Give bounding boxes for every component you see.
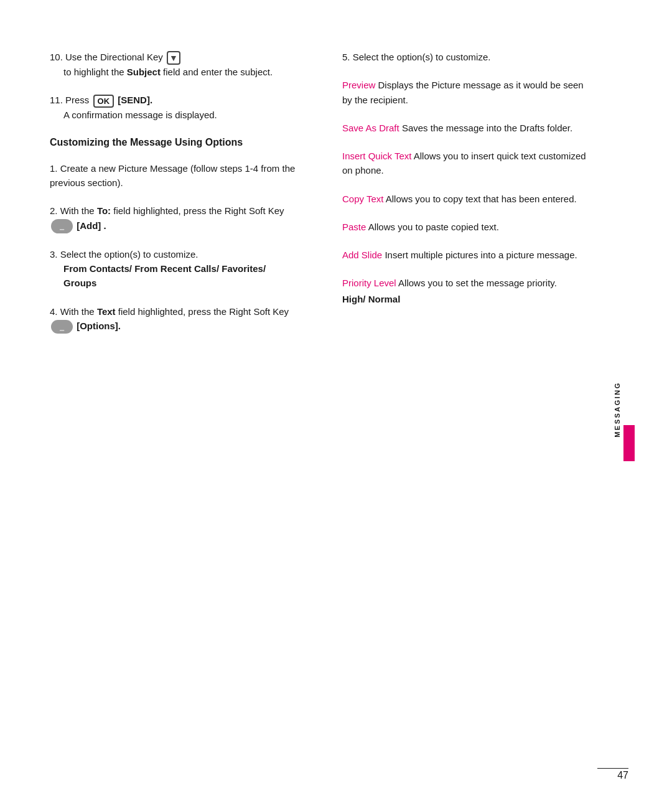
paste-label: Paste (342, 222, 366, 232)
paste-desc: Allows you to paste copied text. (368, 222, 499, 232)
add-slide-desc: Insert multiple pictures into a picture … (385, 250, 577, 260)
step-1-number: 1. (50, 163, 58, 174)
step-5-number: 5. (342, 52, 350, 62)
step-2-text: With the To: field highlighted, press th… (50, 205, 284, 230)
priority-level-label: Priority Level (342, 278, 396, 288)
step-4-number: 4. (50, 306, 58, 317)
step-3-indent: From Contacts/ From Recent Calls/ Favori… (50, 261, 299, 291)
priority-level-desc: Allows you to set the message priority. (398, 278, 557, 288)
step-3-number: 3. (50, 249, 58, 260)
option-priority-level: Priority Level Allows you to set the mes… (342, 276, 587, 306)
ok-button-icon: OK (93, 95, 114, 108)
directional-key-icon: ▼ (167, 51, 180, 65)
priority-level-values: High/ Normal (342, 294, 400, 304)
sidebar: MESSAGING (612, 50, 635, 769)
step-11: 11. Press OK [SEND]. A confirmation mess… (50, 93, 299, 122)
add-bracket: [Add] . (77, 220, 106, 231)
option-save-as-draft: Save As Draft Saves the message into the… (342, 121, 587, 135)
step-10-text: Use the Directional Key (65, 52, 166, 62)
step-11-number: 11. (50, 95, 63, 105)
to-bold: To: (97, 205, 111, 216)
step-4: 4. With the Text field highlighted, pres… (50, 304, 299, 334)
step-3-text: Select the option(s) to customize. (60, 249, 198, 260)
step-10: 10. Use the Directional Key ▼ to highlig… (50, 50, 299, 79)
add-slide-label: Add Slide (342, 250, 382, 260)
step-5-text: Select the option(s) to customize. (353, 52, 491, 62)
copy-text-label: Copy Text (342, 194, 383, 204)
step-4-text: With the Text field highlighted, press t… (50, 306, 289, 331)
step-11-indent: A confirmation message is displayed. (50, 108, 299, 122)
step-2: 2. With the To: field highlighted, press… (50, 204, 299, 233)
page-number: 47 (617, 770, 628, 781)
left-column: 10. Use the Directional Key ▼ to highlig… (50, 50, 311, 769)
copy-text-desc: Allows you to copy text that has been en… (386, 194, 577, 204)
send-label: [SEND]. (118, 95, 152, 105)
option-paste: Paste Allows you to paste copied text. (342, 220, 587, 234)
page-container: 10. Use the Directional Key ▼ to highlig… (0, 0, 672, 806)
step-5: 5. Select the option(s) to customize. (342, 50, 587, 64)
option-preview: Preview Displays the Picture message as … (342, 78, 587, 107)
step-10-number: 10. (50, 52, 63, 62)
step-10-indent: to highlight the Subject field and enter… (50, 65, 299, 79)
step-11-text: Press (65, 95, 92, 105)
step-1-text: Create a new Picture Message (follow ste… (50, 163, 295, 188)
option-add-slide: Add Slide Insert multiple pictures into … (342, 248, 587, 262)
option-copy-text: Copy Text Allows you to copy text that h… (342, 192, 587, 206)
step-3: 3. Select the option(s) to customize. Fr… (50, 247, 299, 291)
contacts-options-bold: From Contacts/ From Recent Calls/ Favori… (63, 263, 266, 288)
subject-bold: Subject (127, 67, 161, 77)
right-soft-key-options-icon: ⎯ (51, 320, 73, 334)
option-insert-quick-text: Insert Quick Text Allows you to insert q… (342, 149, 587, 178)
save-as-draft-desc: Saves the message into the Drafts folder… (402, 123, 572, 133)
preview-desc: Displays the Picture message as it would… (342, 80, 584, 105)
save-as-draft-label: Save As Draft (342, 123, 399, 133)
preview-label: Preview (342, 80, 375, 90)
divider-line (597, 768, 628, 769)
insert-quick-text-label: Insert Quick Text (342, 151, 411, 161)
step-1: 1. Create a new Picture Message (follow … (50, 161, 299, 190)
text-bold: Text (97, 306, 116, 317)
right-soft-key-add-icon: ⎯ (51, 219, 73, 233)
options-bracket: [Options]. (77, 321, 121, 331)
section-heading: Customizing the Message Using Options (50, 136, 299, 149)
sidebar-bar (623, 425, 635, 461)
main-content: 10. Use the Directional Key ▼ to highlig… (0, 0, 672, 806)
step-2-number: 2. (50, 205, 58, 216)
right-column: 5. Select the option(s) to customize. Pr… (336, 50, 587, 769)
